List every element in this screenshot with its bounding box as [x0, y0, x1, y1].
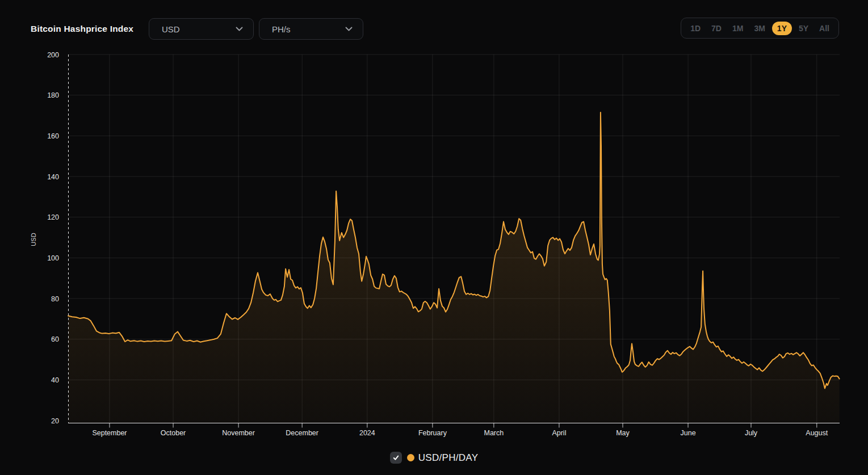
- check-icon: [392, 454, 400, 461]
- svg-text:July: July: [745, 429, 758, 437]
- chart-legend: USD/PH/DAY: [0, 452, 868, 464]
- series-color-dot: [407, 454, 414, 461]
- hashprice-chart[interactable]: 20406080100120140160180200SeptemberOctob…: [0, 0, 868, 448]
- svg-text:160: 160: [47, 132, 59, 140]
- svg-text:180: 180: [47, 91, 59, 99]
- svg-text:100: 100: [47, 254, 59, 262]
- series-legend-label: USD/PH/DAY: [418, 452, 479, 464]
- svg-text:April: April: [552, 429, 566, 437]
- svg-text:120: 120: [47, 213, 59, 221]
- svg-text:2024: 2024: [359, 429, 375, 437]
- svg-text:80: 80: [51, 295, 59, 303]
- svg-text:200: 200: [47, 51, 59, 59]
- svg-text:20: 20: [51, 417, 59, 425]
- svg-text:40: 40: [51, 376, 59, 384]
- svg-text:May: May: [616, 429, 630, 437]
- svg-text:60: 60: [51, 335, 59, 343]
- svg-text:February: February: [418, 429, 447, 437]
- svg-text:USD: USD: [30, 233, 37, 246]
- svg-text:November: November: [222, 429, 255, 437]
- legend-checkbox[interactable]: [390, 452, 402, 464]
- hashprice-index-page: Bitcoin Hashprice Index USD PH/s 1D 7D 1…: [0, 0, 868, 475]
- svg-text:September: September: [92, 429, 127, 437]
- svg-text:October: October: [161, 429, 186, 437]
- svg-text:140: 140: [47, 173, 59, 181]
- svg-text:December: December: [286, 429, 318, 437]
- svg-text:June: June: [680, 429, 695, 437]
- svg-text:March: March: [484, 429, 504, 437]
- svg-text:August: August: [806, 429, 828, 437]
